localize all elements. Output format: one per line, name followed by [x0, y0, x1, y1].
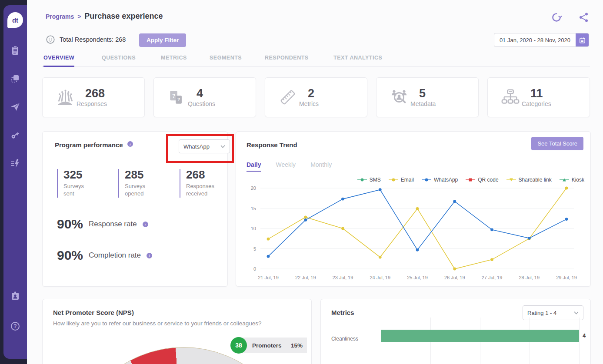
apply-filter-button[interactable]: Apply Filter	[139, 33, 186, 47]
legend-label: Shareable link	[519, 177, 552, 183]
svg-text:5: 5	[253, 246, 256, 251]
legend-marker	[560, 178, 569, 182]
see-total-score-button[interactable]: See Total Score	[531, 137, 583, 150]
tab-metrics[interactable]: METRICS	[161, 55, 187, 66]
stat-card-questions[interactable]: ?? 4 Questions	[153, 77, 256, 117]
tab-text-analytics[interactable]: TEXT ANALYTICS	[333, 55, 382, 66]
promoters-count-badge: 38	[230, 337, 247, 354]
panel-title: Metrics	[331, 309, 354, 316]
legend-item-shareable-link[interactable]: Shareable link	[506, 177, 552, 183]
refresh-icon[interactable]	[551, 12, 562, 23]
svg-text:22 Jul, 19: 22 Jul, 19	[295, 275, 316, 280]
breadcrumb: Programs > Purchase experience	[46, 12, 163, 21]
stat-value: 2	[308, 87, 319, 99]
svg-text:15: 15	[251, 206, 256, 211]
info-icon[interactable]	[143, 222, 148, 227]
legend-label: Kiosk	[572, 177, 584, 183]
copy-icon[interactable]	[10, 73, 21, 84]
legend-label: SMS	[370, 177, 381, 183]
face-icon	[46, 35, 55, 44]
response-trend-panel: Response Trend See Total Score Daily Wee…	[236, 131, 591, 287]
stat-card-metadata[interactable]: 5 Metadata	[376, 77, 479, 117]
dt-logo[interactable]: dt	[7, 12, 23, 28]
legend-item-kiosk[interactable]: Kiosk	[560, 177, 584, 183]
legend-label: WhatsApp	[434, 177, 458, 183]
legend-item-sms[interactable]: SMS	[357, 177, 381, 183]
stat-label: Metrics	[299, 100, 319, 107]
response-rate: 90% Response rate	[57, 217, 148, 232]
stat-label: Metadata	[410, 100, 436, 107]
stat-card-responses[interactable]: 268 Responses	[42, 77, 145, 117]
rating-dropdown-value: Rating 1 - 4	[527, 310, 556, 316]
stat-card-categories[interactable]: 11 Categories	[487, 77, 590, 117]
promoters-label: Promoters	[252, 342, 282, 349]
svg-text:29 Jul, 19: 29 Jul, 19	[556, 275, 577, 280]
help-icon[interactable]: ?	[10, 321, 21, 332]
badge-icon[interactable]	[10, 290, 21, 301]
stat-card-metrics[interactable]: 2 Metrics	[265, 77, 367, 117]
svg-text:?: ?	[13, 323, 17, 329]
send-icon[interactable]	[10, 101, 21, 113]
legend-item-whatsapp[interactable]: WhatsApp	[422, 177, 458, 183]
info-icon[interactable]	[127, 141, 133, 147]
tab-respondents[interactable]: RESPONDENTS	[265, 55, 309, 66]
breadcrumb-separator: >	[77, 13, 81, 20]
stat-label: Questions	[188, 100, 215, 107]
stat-surveys-sent: 325 Surveys sent	[57, 169, 100, 198]
calendar-icon[interactable]	[576, 33, 589, 46]
metric-bar-cleanliness	[381, 330, 579, 342]
flash-icon[interactable]	[10, 158, 21, 169]
svg-text:26 Jul, 19: 26 Jul, 19	[444, 275, 465, 280]
program-performance-panel: Program performance WhatsApp 325 Surveys…	[42, 131, 228, 287]
svg-text:?: ?	[177, 97, 180, 102]
main-content: Programs > Purchase experience Total Res…	[27, 0, 603, 364]
svg-text:28 Jul, 19: 28 Jul, 19	[519, 275, 540, 280]
ruler-icon	[277, 86, 299, 109]
key-icon[interactable]	[10, 129, 21, 141]
annotation-highlight-box	[166, 134, 234, 163]
chevron-down-icon	[574, 311, 579, 314]
svg-text:21 Jul, 19: 21 Jul, 19	[258, 275, 279, 280]
info-icon[interactable]	[147, 253, 152, 258]
svg-text:0: 0	[253, 266, 256, 271]
people-search-icon	[388, 86, 410, 109]
legend-marker	[422, 178, 431, 182]
nps-panel: Net Promoter Score (NPS) How likely are …	[42, 299, 312, 364]
legend-marker	[506, 178, 516, 182]
stat-value: 268	[85, 87, 107, 99]
legend-item-email[interactable]: Email	[389, 177, 414, 183]
trend-legend: SMSEmailWhatsAppQR codeShareable linkKio…	[357, 177, 584, 183]
hierarchy-icon	[499, 86, 522, 109]
svg-text:24 Jul, 19: 24 Jul, 19	[370, 275, 390, 280]
legend-marker	[389, 178, 398, 182]
tab-bar: OVERVIEW QUESTIONS METRICS SEGMENTS RESP…	[42, 53, 590, 67]
trend-granularity-tabs: Daily Weekly Monthly	[247, 161, 332, 172]
promoters-percent: 15%	[291, 342, 303, 349]
sidebar: dt ?	[3, 5, 27, 359]
app-window: dt ? Programs >	[0, 0, 603, 364]
svg-text:27 Jul, 19: 27 Jul, 19	[482, 275, 503, 280]
tab-overview[interactable]: OVERVIEW	[43, 55, 74, 67]
breadcrumb-programs-link[interactable]: Programs	[46, 13, 74, 20]
tab-daily[interactable]: Daily	[247, 161, 261, 172]
logo-text: dt	[7, 12, 23, 28]
clipboard-icon[interactable]	[10, 45, 21, 56]
stat-surveys-opened: 285 Surveys opened	[118, 169, 161, 198]
stat-value: 4	[197, 87, 215, 99]
total-respondents-text: Total Respondents: 268	[60, 36, 126, 43]
tab-weekly[interactable]: Weekly	[276, 161, 296, 172]
completion-rate: 90% Completion rate	[57, 248, 152, 263]
date-range-picker[interactable]: 01 Jan, 2020 - 28 Nov, 2020	[494, 33, 589, 47]
tab-questions[interactable]: QUESTIONS	[102, 55, 136, 66]
legend-item-qr-code[interactable]: QR code	[466, 177, 498, 183]
gridline	[579, 318, 580, 364]
legend-marker	[357, 178, 367, 182]
rating-dropdown[interactable]: Rating 1 - 4	[523, 305, 583, 320]
svg-text:25 Jul, 19: 25 Jul, 19	[407, 275, 428, 280]
trend-line-chart: 0510152021 Jul, 1922 Jul, 1923 Jul, 1924…	[240, 183, 586, 284]
share-icon[interactable]	[579, 12, 589, 23]
tab-monthly[interactable]: Monthly	[310, 161, 332, 172]
metrics-panel: Metrics Rating 1 - 4 Cleanliness 4	[320, 299, 591, 364]
stat-responses-received: 268 Responses received	[180, 169, 225, 198]
tab-segments[interactable]: SEGMENTS	[210, 55, 242, 66]
